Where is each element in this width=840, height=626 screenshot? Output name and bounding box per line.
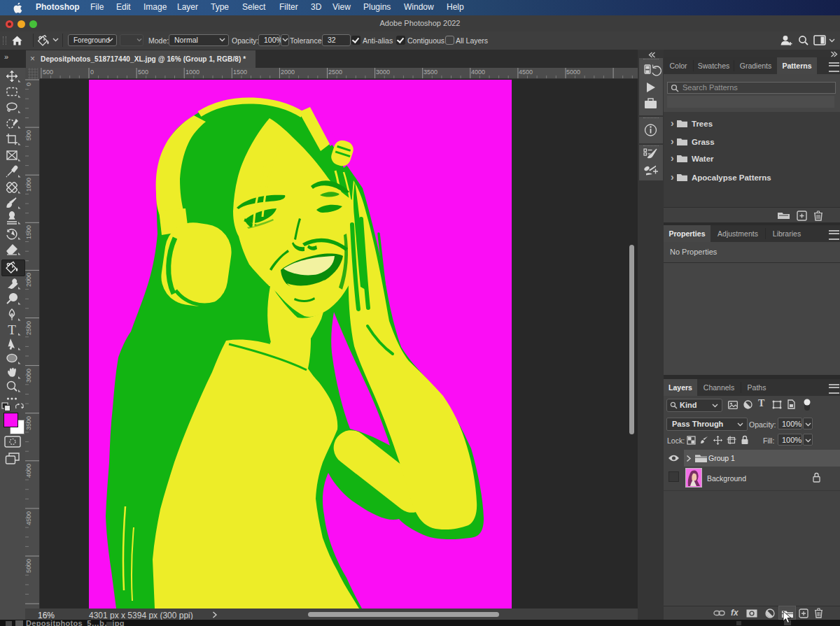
svg-text:3500: 3500	[25, 416, 32, 430]
svg-text:1000: 1000	[25, 178, 32, 192]
svg-text:4000: 4000	[471, 69, 485, 76]
svg-text:0: 0	[90, 69, 94, 76]
svg-text:1500: 1500	[25, 225, 32, 239]
svg-text:1500: 1500	[233, 69, 247, 76]
svg-text:3500: 3500	[424, 69, 438, 76]
svg-text:3000: 3000	[376, 69, 390, 76]
svg-text:5000: 5000	[566, 69, 580, 76]
svg-text:1000: 1000	[186, 69, 200, 76]
svg-text:2500: 2500	[328, 69, 342, 76]
svg-text:2500: 2500	[25, 321, 32, 335]
svg-text:500: 500	[25, 130, 32, 141]
svg-text:500: 500	[43, 69, 53, 76]
svg-text:5000: 5000	[25, 559, 32, 573]
svg-text:500: 500	[138, 69, 148, 76]
svg-text:2000: 2000	[25, 273, 32, 287]
svg-text:0: 0	[25, 83, 32, 86]
svg-text:4500: 4500	[519, 69, 533, 76]
svg-text:3000: 3000	[25, 369, 32, 383]
svg-text:2000: 2000	[281, 69, 295, 76]
svg-text:T: T	[8, 322, 16, 337]
svg-text:4000: 4000	[25, 464, 32, 478]
svg-text:4500: 4500	[25, 511, 32, 525]
